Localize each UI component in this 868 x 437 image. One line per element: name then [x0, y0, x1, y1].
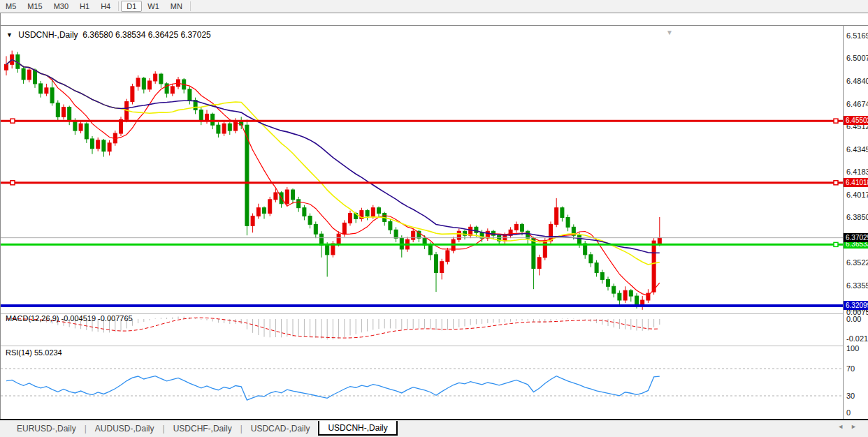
timeframe-button-h4[interactable]: H4	[95, 1, 116, 12]
candle-body	[320, 234, 324, 245]
price-axis-tick: 6.48405	[846, 77, 868, 85]
chart-window: ▼ USDCNH-,Daily 6.36580 6.38534 6.36425 …	[0, 13, 868, 419]
rsi-indicator-label: RSI(14) 55.0234	[6, 348, 62, 357]
candle-body	[228, 124, 231, 131]
price-axis-tick: 6.51690	[846, 31, 868, 40]
toolbar-divider	[118, 1, 119, 11]
symbol-tab-audusd[interactable]: AUDUSD-,Daily	[87, 422, 163, 435]
chart-title: ▼ USDCNH-,Daily 6.36580 6.38534 6.36425 …	[6, 30, 211, 40]
candle-body	[102, 140, 106, 151]
candle-body	[39, 84, 43, 94]
tab-scroll-left-icon[interactable]: ◄	[837, 423, 851, 430]
chart-ohlc-values: 6.36580 6.38534 6.36425 6.37025	[82, 30, 211, 40]
candle-body	[469, 227, 472, 235]
chart-canvas[interactable]	[1, 13, 868, 431]
candle-body	[412, 231, 415, 239]
candle-body	[297, 200, 301, 208]
price-axis-tick: 6.35220	[846, 258, 868, 267]
candle-body	[291, 190, 295, 200]
candle-body	[595, 263, 598, 273]
candle-body	[589, 255, 593, 263]
symbol-dropdown-icon[interactable]: ▼	[6, 31, 13, 38]
candle-body	[652, 241, 656, 292]
candle-body	[389, 221, 392, 230]
candle-body	[428, 245, 432, 255]
candle-body	[62, 108, 66, 117]
candle-body	[199, 110, 203, 121]
line-handle-icon[interactable]	[834, 242, 838, 246]
candle-body	[394, 230, 398, 238]
candle-body	[85, 124, 88, 139]
candle-body	[154, 74, 157, 81]
line-handle-icon[interactable]	[834, 181, 838, 185]
timeframe-button-m15[interactable]: M15	[22, 1, 48, 12]
candle-body	[349, 214, 352, 223]
candle-body	[211, 114, 215, 125]
timeframe-button-m5[interactable]: M5	[0, 1, 22, 12]
candle-body	[68, 108, 71, 121]
candle-body	[475, 227, 478, 232]
candle-body	[635, 296, 639, 304]
candle-body	[578, 235, 581, 244]
macd-axis-tick: 0.00	[846, 315, 861, 323]
candle-body	[34, 70, 37, 84]
price-axis-tick: 6.46740	[846, 100, 868, 108]
timeframe-button-m30[interactable]: M30	[48, 1, 74, 12]
symbol-tab-eurusd[interactable]: EURUSD-,Daily	[8, 422, 85, 435]
candle-body	[366, 211, 369, 216]
candle-body	[251, 216, 254, 226]
candle-body	[148, 81, 152, 89]
rsi-line	[6, 376, 660, 401]
candle-body	[326, 245, 329, 255]
tab-scroll-right-icon[interactable]: ►	[851, 423, 864, 430]
candle-body	[217, 125, 220, 133]
candle-body	[136, 78, 140, 87]
level-price-badge: 6.41018	[844, 178, 868, 187]
price-axis-tick: 6.43455	[846, 145, 868, 154]
price-axis-tick: 6.38505	[846, 213, 868, 221]
chart-shift-icon: ▼	[666, 29, 673, 36]
ma-fast-line	[6, 59, 660, 295]
timeframe-button-d1[interactable]: D1	[121, 1, 142, 12]
timeframe-button-w1[interactable]: W1	[142, 1, 165, 12]
symbol-tab-bar: EURUSD-,Daily|AUDUSD-,Daily|USDCHF-,Dail…	[0, 419, 868, 437]
candle-body	[96, 140, 100, 149]
price-axis-tick: 6.41835	[846, 168, 868, 176]
candle-body	[303, 208, 306, 216]
symbol-tab-usdcnh[interactable]: USDCNH-,Daily	[318, 421, 397, 436]
line-handle-icon[interactable]	[10, 119, 15, 123]
candle-body	[337, 234, 340, 244]
rsi-axis-tick: 0	[846, 408, 851, 417]
candle-body	[50, 88, 54, 103]
macd-axis-tick: -0.02164	[846, 334, 868, 343]
ma-slow-line	[6, 59, 660, 253]
rsi-axis-tick: 70	[846, 364, 855, 373]
candle-body	[268, 200, 272, 214]
candle-body	[532, 238, 535, 268]
candle-body	[5, 64, 8, 70]
symbol-tab-usdchf[interactable]: USDCHF-,Daily	[165, 422, 240, 435]
ma-mid-line	[6, 59, 660, 265]
price-axis-tick: 6.40170	[846, 191, 868, 199]
candle-body	[274, 193, 277, 200]
timeframe-button-mn[interactable]: MN	[165, 1, 188, 12]
macd-indicator-label: MACD(12,26,9) -0.004519 -0.007765	[6, 314, 133, 323]
candle-body	[377, 208, 381, 214]
candle-body	[256, 208, 260, 216]
line-handle-icon[interactable]	[834, 119, 838, 123]
candle-body	[314, 224, 317, 234]
candle-body	[108, 143, 111, 151]
candle-body	[131, 87, 134, 102]
line-handle-icon[interactable]	[10, 181, 15, 185]
candle-body	[641, 300, 644, 304]
symbol-tab-usdcad[interactable]: USDCAD-,Daily	[243, 422, 319, 435]
candle-body	[142, 78, 145, 89]
candle-body	[566, 218, 570, 228]
current-price-badge: 6.37025	[844, 233, 868, 242]
candle-body	[188, 89, 191, 101]
candle-body	[308, 216, 312, 225]
candle-body	[618, 293, 621, 300]
price-axis-tick: 6.33555	[846, 281, 868, 290]
timeframe-button-h1[interactable]: H1	[74, 1, 95, 12]
rsi-axis-tick: 100	[846, 344, 859, 353]
